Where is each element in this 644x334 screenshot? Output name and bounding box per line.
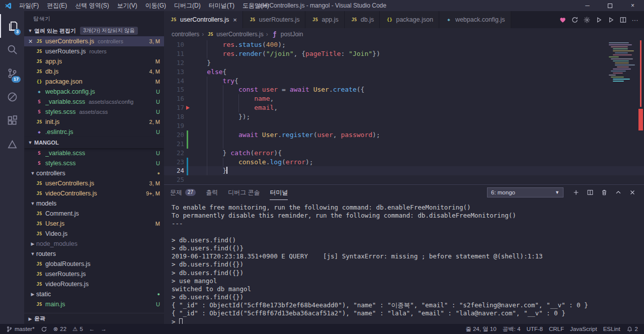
activity-debug[interactable] xyxy=(0,85,24,109)
outline-section-header[interactable]: ▶ 윤곽 xyxy=(24,313,164,324)
tree-item-_variable.scss[interactable]: S_variable.scssU xyxy=(24,148,164,158)
more-actions-button[interactable]: ··· xyxy=(629,11,641,28)
open-editor-init.js[interactable]: JSinit.js2, M xyxy=(24,117,164,127)
kill-terminal-button[interactable] xyxy=(599,189,610,196)
tree-item-node_modules[interactable]: ▶node_modules xyxy=(24,239,164,249)
close-button[interactable]: × xyxy=(621,0,644,11)
code-line[interactable]: 22} catch(error){ xyxy=(164,149,644,158)
breadcrumb-postJoin[interactable]: ƒpostJoin xyxy=(271,31,303,38)
open-editors-header[interactable]: ▼ 열려 있는 편집기 3개(가) 저장되지 않음 xyxy=(24,25,164,36)
menu-터미널(T)[interactable]: 터미널(T) xyxy=(205,0,238,11)
open-editor-package.json[interactable]: {}package.jsonM xyxy=(24,77,164,87)
status-branch[interactable]: master* xyxy=(3,324,38,334)
terminal[interactable]: To enable free monitoring, run the follo… xyxy=(164,200,644,324)
status-CRLF[interactable]: CRLF xyxy=(546,324,567,334)
new-terminal-button[interactable] xyxy=(571,189,582,196)
status-sync[interactable] xyxy=(38,324,50,334)
close-icon[interactable]: × xyxy=(233,16,237,24)
tree-item-main.js[interactable]: JSmain.jsU xyxy=(24,299,164,309)
tree-item-userControllers.js[interactable]: JSuserControllers.js3, M xyxy=(24,178,164,188)
status-ESLint[interactable]: ESLint xyxy=(600,324,623,334)
tree-item-styles.scss[interactable]: Sstyles.scssU xyxy=(24,158,164,168)
status-arrow-left[interactable]: ← xyxy=(86,324,98,334)
folder-section-header[interactable]: ▼ MANGOL xyxy=(24,137,164,148)
tree-item-videoRouters.js[interactable]: JSvideoRouters.js xyxy=(24,279,164,289)
tree-item-static[interactable]: ▶static● xyxy=(24,289,164,299)
run-button[interactable] xyxy=(593,11,605,28)
code-line[interactable]: 16name, xyxy=(164,94,644,103)
code-line[interactable]: 10res.status(400); xyxy=(164,40,644,49)
tree-item-models[interactable]: ▼models xyxy=(24,198,164,209)
menu-보기(V)[interactable]: 보기(V) xyxy=(113,0,141,11)
code-line[interactable]: 20await User.register(user, password); xyxy=(164,130,644,140)
panel-tab-디버그 콘솔[interactable]: 디버그 콘솔 xyxy=(228,185,260,200)
code-line[interactable]: 18}); xyxy=(164,112,644,121)
breadcrumb-controllers[interactable]: controllers xyxy=(172,31,199,38)
panel-tab-터미널[interactable]: 터미널 xyxy=(270,185,288,200)
terminal-select[interactable]: 6: mongo ▼ xyxy=(487,187,564,197)
minimize-button[interactable]: ─ xyxy=(576,0,599,11)
maximize-panel-button[interactable] xyxy=(613,189,624,196)
menu-선택 영역(S)[interactable]: 선택 영역(S) xyxy=(71,0,113,11)
tree-item-videoControllers.js[interactable]: JSvideoControllers.js9+, M xyxy=(24,188,164,198)
code-line[interactable]: 17email, xyxy=(164,103,644,112)
activity-search[interactable] xyxy=(0,38,24,61)
tab-app.js[interactable]: JSapp.js xyxy=(305,11,344,28)
code-line[interactable]: 25 xyxy=(164,175,644,184)
status-error[interactable]: ⊗22 xyxy=(50,324,69,334)
split-terminal-button[interactable] xyxy=(585,189,596,196)
run-alt-button[interactable] xyxy=(605,11,617,28)
minimap[interactable] xyxy=(609,42,635,83)
tab-webpack.config.js[interactable]: ◈webpack.config.js xyxy=(439,11,511,28)
sync-button[interactable] xyxy=(569,11,581,28)
menu-파일(F)[interactable]: 파일(F) xyxy=(15,0,43,11)
code-line[interactable]: 11res.render("/join", {pageTitle: "Join"… xyxy=(164,49,644,58)
settings-gear-button[interactable] xyxy=(581,11,593,28)
activity-files[interactable]: 3 xyxy=(0,14,24,38)
status-bell[interactable]: 2 xyxy=(623,324,641,334)
tree-item-userRouters.js[interactable]: JSuserRouters.js xyxy=(24,269,164,279)
split-editor-button[interactable] xyxy=(617,11,629,28)
code-line[interactable]: 15const user = await User.create({ xyxy=(164,85,644,94)
tree-item-Video.js[interactable]: JSVideo.js xyxy=(24,229,164,239)
open-editor-userControllers.js[interactable]: ×JSuserControllers.jscontrollers3, M xyxy=(24,36,164,46)
close-icon[interactable]: × xyxy=(27,36,34,46)
code-line[interactable]: 21 xyxy=(164,140,644,149)
open-editor-userRouters.js[interactable]: JSuserRouters.jsrouters xyxy=(24,46,164,56)
code-line[interactable]: 19 xyxy=(164,121,644,130)
tree-item-routers[interactable]: ▼routers xyxy=(24,249,164,259)
status-줄 24, 열 10[interactable]: 줄 24, 열 10 xyxy=(462,324,499,334)
open-editor-_variable.scss[interactable]: S_variable.scssassets\scss\configU xyxy=(24,97,164,107)
code-line[interactable]: 13else{ xyxy=(164,68,644,77)
breadcrumb-userControllers.js[interactable]: JSuserControllers.js xyxy=(206,31,263,38)
status-warning[interactable]: ⚠5 xyxy=(69,324,86,334)
status-공백: 4[interactable]: 공백: 4 xyxy=(500,324,524,334)
open-editor-webpack.config.js[interactable]: ◈webpack.config.jsU xyxy=(24,87,164,97)
code-line[interactable]: 14try{ xyxy=(164,77,644,86)
tree-item-globalRouters.js[interactable]: JSglobalRouters.js xyxy=(24,259,164,269)
code-line[interactable]: 24} xyxy=(164,166,644,175)
panel-tab-출력[interactable]: 출력 xyxy=(206,185,218,200)
activity-source-control[interactable]: 17 xyxy=(0,61,24,85)
tab-package.json[interactable]: {}package.json xyxy=(380,11,439,28)
open-editor-app.js[interactable]: JSapp.jsM xyxy=(24,56,164,66)
activity-triangle[interactable] xyxy=(0,132,24,156)
menu-이동(G)[interactable]: 이동(G) xyxy=(141,0,170,11)
tree-item-User.js[interactable]: JSUser.jsM xyxy=(24,219,164,229)
code-line[interactable]: 23console.log(error); xyxy=(164,158,644,167)
tab-userRouters.js[interactable]: JSuserRouters.js xyxy=(243,11,306,28)
maximize-button[interactable] xyxy=(599,0,621,11)
menu-편집(E)[interactable]: 편집(E) xyxy=(43,0,71,11)
open-editor-db.js[interactable]: JSdb.js4, M xyxy=(24,66,164,77)
status-UTF-8[interactable]: UTF-8 xyxy=(523,324,546,334)
pink-extension-button[interactable] xyxy=(556,11,569,28)
code-editor[interactable]: 10res.status(400);11res.render("/join", … xyxy=(164,40,644,184)
tab-db.js[interactable]: JSdb.js xyxy=(345,11,380,28)
activity-extensions[interactable] xyxy=(0,109,24,132)
code-line[interactable]: 12} xyxy=(164,58,644,68)
open-editor-styles.scss[interactable]: Sstyles.scssassets\scssU xyxy=(24,107,164,117)
tab-userControllers.js[interactable]: JSuserControllers.js× xyxy=(164,11,243,28)
status-JavaScript[interactable]: JavaScript xyxy=(567,324,600,334)
tree-item-controllers[interactable]: ▼controllers● xyxy=(24,168,164,178)
tree-item-Comment.js[interactable]: JSComment.js xyxy=(24,209,164,219)
